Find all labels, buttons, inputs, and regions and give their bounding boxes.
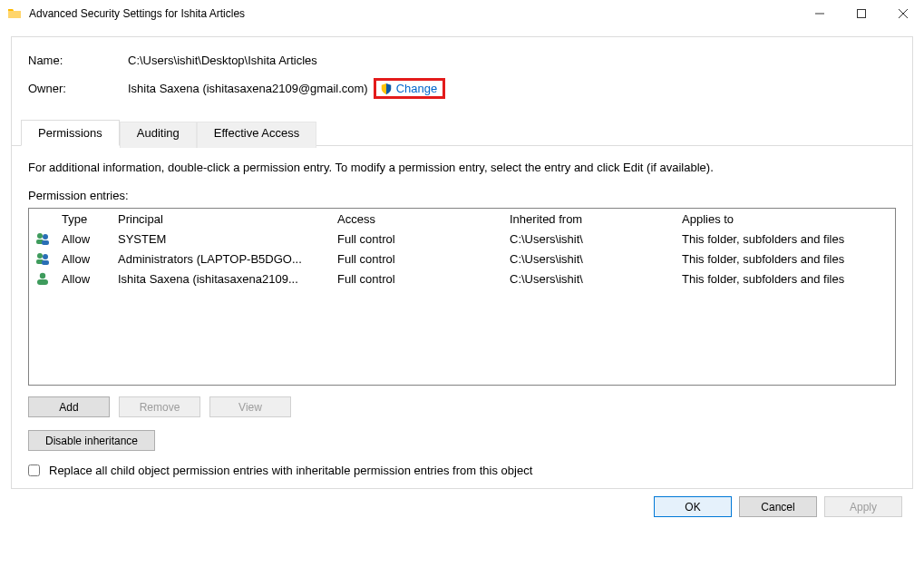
window-title: Advanced Security Settings for Ishita Ar… — [29, 7, 799, 20]
col-access[interactable]: Access — [332, 209, 504, 230]
cell-inherited: C:\Users\ishit\ — [504, 250, 676, 268]
name-value: C:\Users\ishit\Desktop\Ishita Articles — [128, 54, 317, 67]
name-label: Name: — [28, 54, 128, 67]
entries-label: Permission entries: — [28, 189, 896, 202]
svg-point-9 — [43, 254, 48, 259]
owner-value: Ishita Saxena (ishitasaxena2109@gmail.co… — [128, 82, 368, 95]
disable-inheritance-button[interactable]: Disable inheritance — [28, 430, 155, 451]
group-icon — [35, 231, 50, 246]
owner-label: Owner: — [28, 82, 128, 95]
ok-button[interactable]: OK — [654, 496, 732, 517]
add-button[interactable]: Add — [28, 396, 110, 417]
change-owner-highlight: Change — [374, 78, 446, 99]
col-inherited[interactable]: Inherited from — [504, 209, 676, 230]
main-panel: Name: C:\Users\ishit\Desktop\Ishita Arti… — [11, 36, 913, 489]
svg-point-5 — [43, 234, 48, 240]
svg-rect-1 — [858, 10, 866, 18]
cell-access: Full control — [332, 230, 504, 248]
cell-type: Allow — [56, 230, 112, 248]
shield-icon — [380, 83, 393, 95]
col-principal[interactable]: Principal — [112, 209, 332, 230]
cell-applies: This folder, subfolders and files — [676, 270, 895, 288]
tab-content: For additional information, double-click… — [12, 145, 912, 488]
replace-label: Replace all child object permission entr… — [49, 464, 532, 477]
remove-button: Remove — [119, 396, 200, 417]
maximize-button[interactable] — [841, 0, 882, 27]
folder-icon — [7, 6, 22, 21]
svg-point-4 — [37, 233, 43, 239]
cell-principal: Administrators (LAPTOP-B5DGO... — [112, 250, 332, 268]
cell-type: Allow — [56, 270, 112, 288]
svg-point-8 — [37, 253, 43, 259]
window-controls — [799, 0, 924, 27]
close-button[interactable] — [882, 0, 924, 27]
table-header: Type Principal Access Inherited from App… — [29, 209, 895, 229]
info-text: For additional information, double-click… — [28, 161, 896, 174]
minimize-button[interactable] — [799, 0, 841, 27]
svg-rect-7 — [42, 240, 49, 245]
group-icon — [35, 251, 50, 266]
change-owner-link[interactable]: Change — [396, 82, 438, 95]
tab-auditing[interactable]: Auditing — [120, 122, 197, 148]
cell-inherited: C:\Users\ishit\ — [504, 270, 676, 288]
cell-access: Full control — [332, 270, 504, 288]
table-row[interactable]: Allow SYSTEM Full control C:\Users\ishit… — [29, 229, 895, 249]
cell-inherited: C:\Users\ishit\ — [504, 230, 676, 248]
titlebar: Advanced Security Settings for Ishita Ar… — [0, 0, 924, 27]
dialog-footer: OK Cancel Apply — [11, 489, 913, 524]
cell-applies: This folder, subfolders and files — [676, 230, 895, 248]
table-row[interactable]: Allow Ishita Saxena (ishitasaxena2109...… — [29, 269, 895, 288]
tab-effective-access[interactable]: Effective Access — [197, 122, 316, 148]
user-icon — [35, 271, 50, 286]
view-button: View — [209, 396, 291, 417]
cell-access: Full control — [332, 250, 504, 268]
cell-type: Allow — [56, 250, 112, 268]
cell-principal: SYSTEM — [112, 230, 332, 248]
svg-rect-13 — [37, 279, 48, 285]
col-applies[interactable]: Applies to — [676, 209, 895, 230]
replace-checkbox[interactable] — [28, 465, 40, 476]
table-row[interactable]: Allow Administrators (LAPTOP-B5DGO... Fu… — [29, 249, 895, 269]
apply-button: Apply — [824, 496, 902, 517]
svg-rect-11 — [42, 260, 49, 265]
tab-permissions[interactable]: Permissions — [21, 120, 120, 146]
tab-strip: Permissions Auditing Effective Access — [21, 120, 903, 146]
cell-applies: This folder, subfolders and files — [676, 250, 895, 268]
permission-table[interactable]: Type Principal Access Inherited from App… — [28, 208, 896, 386]
col-type[interactable]: Type — [56, 209, 112, 230]
cell-principal: Ishita Saxena (ishitasaxena2109... — [112, 270, 332, 288]
cancel-button[interactable]: Cancel — [739, 496, 817, 517]
svg-point-12 — [40, 273, 45, 279]
